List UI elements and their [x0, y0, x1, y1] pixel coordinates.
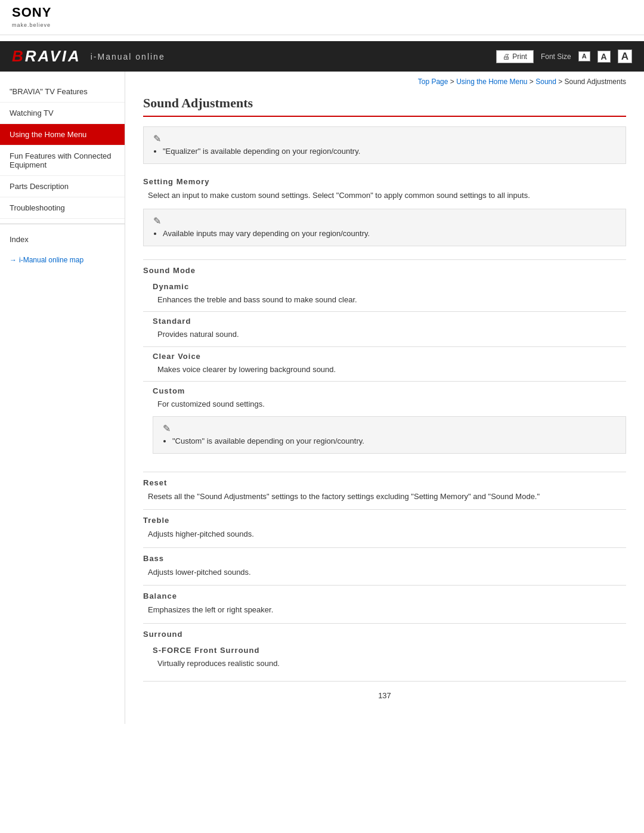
- balance-section: Balance Emphasizes the left or right spe…: [143, 586, 626, 624]
- print-label: Print: [512, 52, 527, 61]
- sidebar-map-link-label: i-Manual online map: [19, 256, 83, 264]
- note-list-1: "Equalizer" is available depending on yo…: [153, 147, 616, 156]
- print-button[interactable]: 🖨 Print: [496, 50, 534, 63]
- sidebar-item-bravia-tv-features[interactable]: "BRAVIA" TV Features: [0, 81, 125, 103]
- print-icon: 🖨: [503, 52, 510, 61]
- sound-mode-clear-voice: Clear Voice Makes voice clearer by lower…: [143, 347, 626, 382]
- sidebar-item-using-home-menu[interactable]: Using the Home Menu: [0, 124, 125, 145]
- setting-memory-desc: Select an input to make custom sound set…: [143, 188, 626, 203]
- clear-voice-desc: Makes voice clearer by lowering backgrou…: [153, 363, 626, 377]
- bass-desc: Adjusts lower-pitched sounds.: [143, 565, 626, 580]
- font-size-medium-button[interactable]: A: [597, 51, 611, 63]
- sound-mode-title: Sound Mode: [143, 266, 626, 275]
- sidebar-map-link[interactable]: → i-Manual online map: [0, 250, 125, 270]
- note-item-custom-0: "Custom" is available depending on your …: [172, 436, 616, 445]
- setting-memory-title: Setting Memory: [143, 177, 626, 186]
- breadcrumb-sound[interactable]: Sound: [535, 78, 556, 86]
- balance-desc: Emphasizes the left or right speaker.: [143, 603, 626, 617]
- surround-title: Surround: [143, 630, 626, 639]
- page-title: Sound Adjustments: [143, 89, 626, 117]
- note-item-1-0: "Equalizer" is available depending on yo…: [163, 147, 616, 156]
- reset-section: Reset Resets all the "Sound Adjustments"…: [143, 472, 626, 510]
- breadcrumb-using-home-menu[interactable]: Using the Home Menu: [456, 78, 527, 86]
- sidebar-item-fun-features[interactable]: Fun Features with Connected Equipment: [0, 145, 125, 176]
- content-area: Top Page > Using the Home Menu > Sound >…: [125, 72, 644, 724]
- reset-desc: Resets all the "Sound Adjustments" setti…: [143, 490, 626, 504]
- sidebar-item-troubleshooting[interactable]: Troubleshooting: [0, 197, 125, 219]
- custom-title: Custom: [153, 386, 626, 395]
- sound-mode-standard: Standard Provides natural sound.: [143, 312, 626, 347]
- note-icon-1: ✎: [153, 133, 616, 144]
- sforce-desc: Virtually reproduces realistic sound.: [153, 657, 626, 671]
- bass-section: Bass Adjusts lower-pitched sounds.: [143, 548, 626, 586]
- arrow-icon: →: [10, 256, 17, 264]
- surround-section: Surround S-FORCE Front Surround Virtuall…: [143, 624, 626, 682]
- dynamic-title: Dynamic: [153, 282, 626, 291]
- sidebar-item-watching-tv[interactable]: Watching TV: [0, 103, 125, 124]
- sidebar-item-parts-description[interactable]: Parts Description: [0, 176, 125, 197]
- breadcrumb: Top Page > Using the Home Menu > Sound >…: [143, 72, 626, 89]
- sony-tagline: make.believe: [12, 22, 51, 28]
- treble-desc: Adjusts higher-pitched sounds.: [143, 527, 626, 541]
- sound-mode-section: Sound Mode Dynamic Enhances the treble a…: [143, 260, 626, 472]
- treble-section: Treble Adjusts higher-pitched sounds.: [143, 510, 626, 548]
- font-size-small-button[interactable]: A: [578, 51, 590, 61]
- sidebar: "BRAVIA" TV Features Watching TV Using t…: [0, 72, 125, 724]
- standard-title: Standard: [153, 317, 626, 326]
- note-icon-custom: ✎: [163, 423, 616, 434]
- main-layout: "BRAVIA" TV Features Watching TV Using t…: [0, 72, 644, 724]
- sound-mode-custom: Custom For customized sound settings. ✎ …: [143, 382, 626, 466]
- balance-title: Balance: [143, 592, 626, 600]
- banner-right: 🖨 Print Font Size A A A: [496, 49, 632, 63]
- page-number: 137: [143, 691, 626, 700]
- standard-desc: Provides natural sound.: [153, 327, 626, 342]
- font-size-large-button[interactable]: A: [618, 49, 632, 63]
- sforce-title: S-FORCE Front Surround: [153, 646, 626, 655]
- top-header: SONY make.believe: [0, 0, 644, 35]
- note-box-custom: ✎ "Custom" is available depending on you…: [153, 416, 626, 454]
- sforce-subsection: S-FORCE Front Surround Virtually reprodu…: [143, 641, 626, 676]
- note-icon-setting-memory: ✎: [153, 215, 616, 227]
- note-box-setting-memory: ✎ Available inputs may vary depending on…: [143, 209, 626, 246]
- sound-mode-dynamic: Dynamic Enhances the treble and bass sou…: [143, 277, 626, 312]
- dynamic-desc: Enhances the treble and bass sound to ma…: [153, 293, 626, 307]
- font-size-label: Font Size: [541, 52, 571, 61]
- note-item-setting-memory-0: Available inputs may vary depending on y…: [163, 229, 616, 238]
- note-box-1: ✎ "Equalizer" is available depending on …: [143, 126, 626, 164]
- banner: BRAVIA i-Manual online 🖨 Print Font Size…: [0, 41, 644, 72]
- breadcrumb-sep2: >: [530, 78, 535, 86]
- imanual-text: i-Manual online: [91, 52, 165, 61]
- clear-voice-title: Clear Voice: [153, 352, 626, 361]
- note-list-setting-memory: Available inputs may vary depending on y…: [153, 229, 616, 238]
- breadcrumb-sep3: >: [558, 78, 564, 86]
- sidebar-item-index[interactable]: Index: [0, 229, 125, 250]
- setting-memory-section: Setting Memory Select an input to make c…: [143, 171, 626, 260]
- reset-title: Reset: [143, 478, 626, 487]
- sidebar-divider: [0, 224, 125, 224]
- breadcrumb-top-page[interactable]: Top Page: [418, 78, 448, 86]
- bass-title: Bass: [143, 554, 626, 563]
- note-list-custom: "Custom" is available depending on your …: [163, 436, 616, 445]
- bravia-logo: BRAVIA: [12, 47, 81, 66]
- banner-left: BRAVIA i-Manual online: [12, 47, 165, 66]
- breadcrumb-sep1: >: [450, 78, 456, 86]
- sony-logo: SONY: [12, 6, 632, 19]
- breadcrumb-current: Sound Adjustments: [565, 78, 626, 86]
- custom-desc: For customized sound settings.: [153, 397, 626, 411]
- treble-title: Treble: [143, 516, 626, 525]
